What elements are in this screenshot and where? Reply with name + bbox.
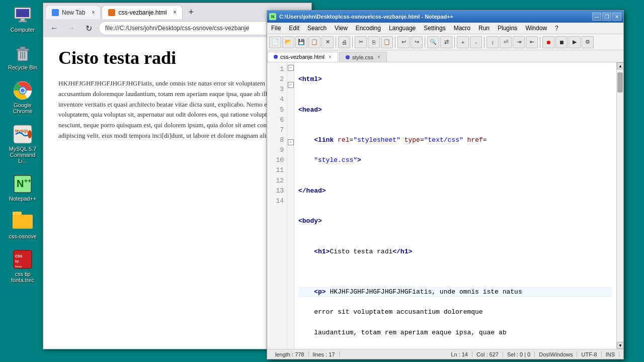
menu-view[interactable]: View	[331, 24, 352, 33]
code-area[interactable]: <html> <head> <link rel="stylesheet" typ…	[294, 62, 616, 349]
svg-rect-3	[19, 21, 27, 22]
notepad-window-icon: N	[269, 13, 276, 20]
menu-search[interactable]: Search	[303, 24, 331, 33]
desktop-icon-css-tip[interactable]: CSS tip fonta css tipfonta.trec	[5, 249, 40, 283]
scroll-thumb[interactable]	[617, 72, 623, 93]
status-right: Ln : 14 Col : 627 Sel : 0 | 0 Dos\Window…	[447, 351, 619, 357]
svg-text:CSS: CSS	[15, 254, 23, 258]
sync-scroll-btn[interactable]: ↕	[487, 36, 499, 48]
undo-btn[interactable]: ↩	[397, 36, 410, 48]
code-line-14: <p> HKJHFJGHFJHGFJHGFJHGFiatis, unde omn…	[298, 287, 612, 297]
menu-run[interactable]: Run	[474, 24, 494, 33]
minimize-button[interactable]: —	[592, 13, 601, 21]
css-tip-label: css tipfonta.trec	[11, 271, 34, 283]
menu-edit[interactable]: Edit	[285, 24, 303, 33]
window-buttons: — ❐ ✕	[592, 13, 621, 21]
line-num-12: 12	[269, 176, 284, 186]
notepad-titlebar: N C:\Users\john\Desktop\css-osnove\css-v…	[267, 11, 623, 23]
fold-empty-2	[287, 71, 294, 81]
css-tab-indicator	[346, 55, 350, 59]
toolbar-sep-6	[484, 37, 485, 48]
desktop-icon-chrome[interactable]: GoogleChrome	[5, 80, 40, 114]
status-sel: Sel : 0 | 0	[503, 351, 535, 357]
zoom-in-btn[interactable]: +	[457, 36, 469, 48]
menu-language[interactable]: Language	[385, 24, 420, 33]
line-num-6: 6	[269, 115, 284, 125]
macro-rec-btn[interactable]: ⏺	[542, 36, 554, 48]
fold-empty-11	[287, 156, 294, 166]
status-encoding: UTF-8	[577, 351, 601, 357]
menu-file[interactable]: File	[267, 24, 285, 33]
notepad-toolbar: 📄 📂 💾 📋 ✕ 🖨 ✂ ⎘ 📋 ↩ ↪ 🔍 ⇄ + - ↕ ⏎ ⇥ ⇤	[267, 34, 623, 50]
status-lines: lines : 17	[309, 351, 340, 357]
reload-button[interactable]: ↻	[82, 21, 96, 35]
fold-empty-13	[287, 176, 294, 186]
css-osnove-label: css-osnove	[9, 233, 37, 239]
toolbar-sep-2	[352, 37, 353, 48]
menu-help[interactable]: ?	[551, 24, 562, 33]
fold-empty-12	[287, 166, 294, 176]
npp-tab-html[interactable]: css-vezbanje.html ×	[267, 52, 338, 62]
desktop: Computer Recycle Bin	[0, 0, 644, 362]
cut-btn[interactable]: ✂	[355, 36, 367, 48]
css-tab-close[interactable]: ×	[377, 54, 380, 60]
desktop-icon-notepadpp[interactable]: N ++ Notepad++	[5, 174, 40, 202]
desktop-icon-css-osnove-folder[interactable]: css-osnove	[5, 212, 40, 239]
desktop-icon-computer[interactable]: Computer	[5, 5, 40, 33]
file-tab-close[interactable]: ×	[171, 9, 179, 17]
back-button[interactable]: ←	[47, 21, 61, 35]
desktop-icon-mysql[interactable]: MySQL MySQL 5.7Command Li...	[5, 124, 40, 164]
status-col: Col : 627	[472, 351, 503, 357]
save-file-btn[interactable]: 💾	[295, 36, 307, 48]
browser-tab-file[interactable]: css-vezbanje.html ×	[102, 5, 182, 19]
redo-btn[interactable]: ↪	[411, 36, 423, 48]
browser-tab-new2[interactable]: +	[184, 5, 199, 19]
scroll-down-btn[interactable]: ▼	[617, 342, 623, 349]
menu-plugins[interactable]: Plugins	[494, 24, 521, 33]
open-file-btn[interactable]: 📂	[282, 36, 294, 48]
svg-text:N: N	[17, 178, 24, 189]
line-num-4: 4	[269, 95, 284, 105]
close-btn[interactable]: ✕	[321, 36, 334, 48]
indent-btn[interactable]: ⇥	[513, 36, 525, 48]
line-num-13: 13	[269, 186, 284, 196]
fold-btn-3[interactable]: −	[288, 82, 294, 88]
toolbar-sep-5	[454, 37, 455, 48]
menu-macro[interactable]: Macro	[450, 24, 474, 33]
line-numbers: 1 2 3 4 5 6 7 8 9 10 11 12 13 14	[267, 62, 287, 349]
notepad-window: N C:\Users\john\Desktop\css-osnove\css-v…	[267, 10, 624, 359]
save-all-btn[interactable]: 📋	[308, 36, 320, 48]
new-tab-close[interactable]: ×	[89, 9, 97, 17]
macro-play-btn[interactable]: ▶	[569, 36, 581, 48]
menu-settings[interactable]: Settings	[420, 24, 449, 33]
maximize-button[interactable]: ❐	[602, 13, 611, 21]
find-btn[interactable]: 🔍	[427, 36, 439, 48]
close-button[interactable]: ✕	[612, 13, 621, 21]
editor-area: 1 2 3 4 5 6 7 8 9 10 11 12 13 14 − −	[267, 62, 623, 349]
copy-btn[interactable]: ⎘	[368, 36, 380, 48]
unindent-btn[interactable]: ⇤	[526, 36, 538, 48]
forward-button[interactable]: →	[64, 21, 78, 35]
scroll-up-btn[interactable]: ▲	[617, 62, 623, 69]
macro-stop-btn[interactable]: ⏹	[555, 36, 568, 48]
browser-tab-new[interactable]: New Tab ×	[45, 5, 101, 19]
menu-encoding[interactable]: Encoding	[352, 24, 385, 33]
new-file-btn[interactable]: 📄	[269, 36, 281, 48]
line-num-3: 3	[269, 84, 284, 95]
desktop-icon-recycle-bin[interactable]: Recycle Bin	[5, 43, 40, 70]
code-line-14c: laudantium, totam rem aperiam eaque ipsa…	[298, 328, 612, 338]
chrome-label: GoogleChrome	[13, 102, 32, 114]
zoom-out-btn[interactable]: -	[470, 36, 482, 48]
menu-window[interactable]: Window	[521, 24, 551, 33]
fold-btn-1[interactable]: −	[288, 65, 294, 71]
run-btn[interactable]: ⚙	[582, 36, 594, 48]
html-tab-close[interactable]: ×	[329, 54, 332, 60]
print-btn[interactable]: 🖨	[338, 36, 350, 48]
npp-tab-css[interactable]: style.css ×	[339, 52, 387, 62]
paste-btn[interactable]: 📋	[381, 36, 393, 48]
replace-btn[interactable]: ⇄	[440, 36, 452, 48]
vertical-scrollbar[interactable]: ▲ ▼	[616, 62, 623, 349]
fold-empty-6	[287, 109, 294, 119]
wrap-btn[interactable]: ⏎	[500, 36, 512, 48]
fold-btn-9[interactable]: −	[288, 139, 294, 145]
